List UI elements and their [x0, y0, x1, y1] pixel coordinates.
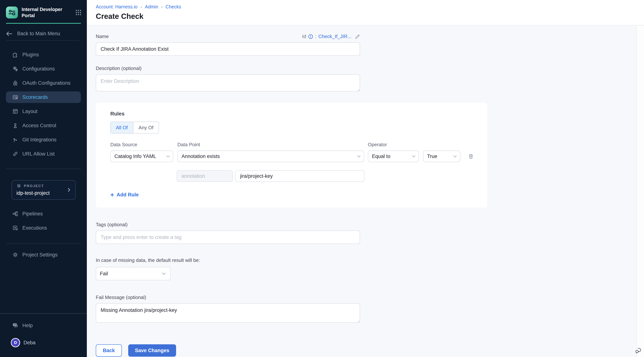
- rules-card: Rules All Of Any Of Data Source Data Poi…: [96, 103, 487, 208]
- avatar: D: [11, 338, 20, 347]
- chevron-down-icon: [357, 155, 361, 158]
- info-icon[interactable]: [308, 34, 313, 39]
- data-source-select[interactable]: Catalog Info YAML: [110, 151, 173, 162]
- chat-bubbles-icon[interactable]: [634, 346, 642, 355]
- sidebar-bottom-divider: [0, 313, 87, 314]
- sidebar-item-layout[interactable]: Layout: [6, 106, 81, 117]
- trash-icon[interactable]: [468, 153, 474, 159]
- user-menu[interactable]: D Deba: [11, 338, 81, 357]
- rules-toggle-all-of[interactable]: All Of: [111, 122, 134, 133]
- default-result-select[interactable]: Fail: [96, 267, 171, 280]
- rule-row: Catalog Info YAML Annotation exists Equa…: [110, 151, 478, 162]
- help-nav: ? Help: [0, 320, 87, 331]
- idp-logo-icon: [6, 7, 18, 19]
- brand-accent-line: [6, 23, 81, 24]
- tags-input[interactable]: [96, 231, 360, 244]
- help-chat-icon: ?: [12, 322, 19, 329]
- svg-text:?: ?: [14, 324, 16, 326]
- sidebar-item-scorecards[interactable]: Scorecards: [6, 91, 81, 103]
- rules-toggle-any-of[interactable]: Any Of: [134, 122, 158, 133]
- sidebar: Internal Developer Portal Back to Main M…: [0, 0, 87, 357]
- back-to-main-menu[interactable]: Back to Main Menu: [0, 27, 87, 40]
- layers-icon: [16, 184, 21, 188]
- right-rail: [636, 26, 644, 357]
- gear-icon: [12, 251, 19, 258]
- person-icon: [12, 122, 19, 129]
- annotation-value-input[interactable]: [235, 170, 364, 182]
- lock-icon: [12, 80, 19, 86]
- sidebar-item-project-settings[interactable]: Project Settings: [6, 249, 81, 261]
- apps-grid-icon[interactable]: [75, 9, 82, 16]
- sidebar-divider: [6, 243, 81, 244]
- breadcrumb: Account: Harness.io › Admin › Checks: [96, 4, 644, 10]
- annotation-key-input[interactable]: [177, 170, 233, 182]
- id-separator: :: [315, 34, 316, 39]
- main-content: Account: Harness.io › Admin › Checks Cre…: [87, 0, 644, 357]
- page-title: Create Check: [96, 12, 644, 21]
- puzzle-icon: [12, 51, 19, 58]
- chevron-down-icon: [162, 272, 166, 275]
- pencil-icon[interactable]: [354, 34, 360, 39]
- data-point-select[interactable]: Annotation exists: [178, 151, 364, 162]
- scorecard-icon: [12, 94, 19, 101]
- sidebar-item-git-integrations[interactable]: Git Integrations: [6, 134, 81, 146]
- id-label: Id: [302, 34, 306, 39]
- fail-message-input[interactable]: Missing Annotation jira/project-key: [96, 303, 360, 323]
- project-nav: Pipelines Executions: [0, 208, 87, 234]
- link-icon: [12, 151, 19, 157]
- sidebar-spacer: [0, 261, 87, 313]
- name-label: Name: [96, 34, 109, 39]
- user-name: Deba: [24, 340, 36, 346]
- rules-condition-toggle: All Of Any Of: [110, 122, 159, 134]
- layout-icon: [12, 108, 19, 115]
- sidebar-item-url-allow-list[interactable]: URL Allow List: [6, 148, 81, 160]
- sidebar-item-executions[interactable]: Executions: [6, 222, 81, 234]
- tags-label: Tags (optional): [96, 222, 644, 228]
- settings-nav: Project Settings: [0, 249, 87, 261]
- sidebar-item-help[interactable]: ? Help: [6, 320, 81, 331]
- breadcrumb-separator: ›: [161, 4, 163, 10]
- arrow-left-icon: [6, 31, 13, 36]
- brand-title: Internal Developer Portal: [22, 6, 63, 19]
- gears-icon: [12, 66, 19, 72]
- breadcrumb-checks[interactable]: Checks: [166, 4, 181, 10]
- chevron-down-icon: [412, 155, 416, 158]
- chevron-down-icon: [453, 155, 457, 158]
- pipelines-icon: [12, 210, 19, 217]
- operator-label: Operator: [368, 142, 387, 148]
- breadcrumb-account[interactable]: Account: Harness.io: [96, 4, 138, 10]
- back-button[interactable]: Back: [96, 344, 122, 357]
- create-check-form: Name Id : Check_If_JIR...: [87, 25, 644, 357]
- sidebar-item-configurations[interactable]: Configurations: [6, 63, 81, 75]
- breadcrumb-admin[interactable]: Admin: [145, 4, 158, 10]
- breadcrumb-separator: ›: [140, 4, 142, 10]
- app-window: Internal Developer Portal Back to Main M…: [0, 0, 644, 357]
- description-input[interactable]: [96, 74, 360, 91]
- project-selector[interactable]: PROJECT idp-test-project: [12, 180, 76, 200]
- sidebar-item-plugins[interactable]: Plugins: [6, 49, 81, 61]
- name-input[interactable]: [96, 42, 360, 56]
- sidebar-item-pipelines[interactable]: Pipelines: [6, 208, 81, 220]
- id-row: Id : Check_If_JIR...: [302, 34, 360, 39]
- admin-nav: Plugins Configurations: [0, 49, 87, 160]
- operator-value-select[interactable]: True: [423, 151, 460, 162]
- sidebar-item-oauth-configurations[interactable]: OAuth Configurations: [6, 77, 81, 89]
- rules-label: Rules: [110, 111, 478, 117]
- chevron-right-icon: [66, 187, 72, 192]
- operator-select[interactable]: Equal to: [368, 151, 419, 162]
- sidebar-divider: [6, 40, 81, 41]
- sidebar-item-access-control[interactable]: Access Control: [6, 120, 81, 131]
- data-source-label: Data Source: [110, 142, 178, 148]
- sidebar-divider: [6, 169, 81, 169]
- data-point-label: Data Point: [178, 142, 368, 148]
- back-label: Back to Main Menu: [17, 31, 60, 37]
- chevron-down-icon: [166, 155, 170, 158]
- id-value-link[interactable]: Check_If_JIR...: [318, 34, 352, 39]
- executions-icon: [12, 225, 19, 231]
- sidebar-header: Internal Developer Portal: [0, 0, 87, 23]
- save-changes-button[interactable]: Save Changes: [128, 344, 176, 357]
- default-result-label: In case of missing data, the default res…: [96, 257, 644, 263]
- page-header: Account: Harness.io › Admin › Checks Cre…: [87, 0, 644, 25]
- add-rule-button[interactable]: + Add Rule: [110, 192, 478, 198]
- branch-icon: [12, 136, 19, 143]
